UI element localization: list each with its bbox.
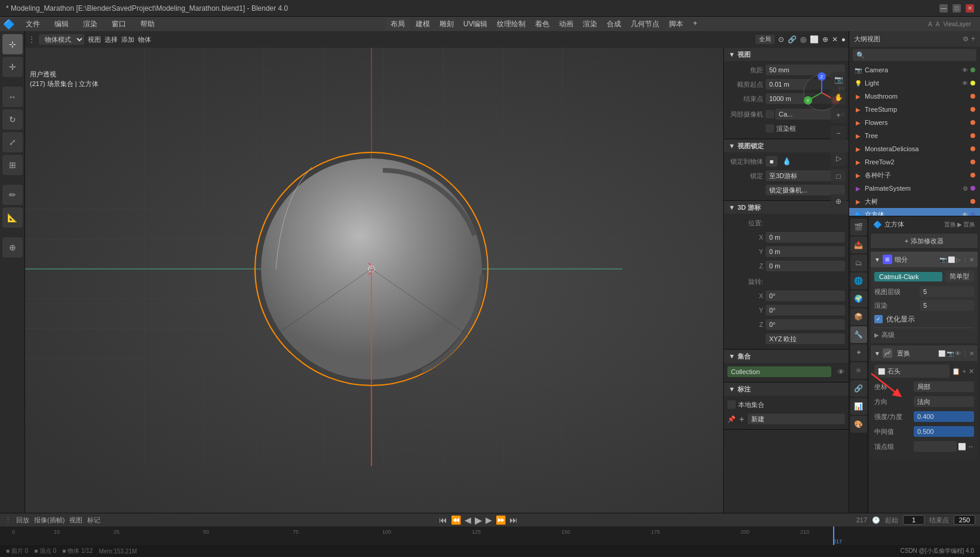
collection-header[interactable]: ▼ 集合 bbox=[724, 350, 849, 363]
subsurf-menu-icon[interactable]: ⋮ bbox=[962, 256, 968, 263]
ws-tab-layout[interactable]: 布局 bbox=[386, 18, 410, 30]
displace-menu-icon[interactable]: ⋮ bbox=[962, 350, 968, 357]
displace-close-icon[interactable]: ✕ bbox=[969, 350, 974, 357]
menu-edit[interactable]: 编辑 bbox=[51, 18, 72, 30]
collection-eye-icon[interactable]: 👁 bbox=[837, 368, 845, 377]
outliner-item-cube[interactable]: 🔷 立方体 👁 bbox=[849, 208, 980, 216]
prop-tab-world[interactable]: 🌍 bbox=[850, 290, 867, 307]
texture-clear-icon[interactable]: ✕ bbox=[969, 368, 974, 375]
displace-header[interactable]: ▼ 置换 ⬜ 📷 👁 ⋮ ✕ bbox=[871, 345, 978, 361]
render-preview-btn[interactable]: ▷ bbox=[831, 151, 846, 166]
prev-frame-btn[interactable]: ⏪ bbox=[451, 515, 461, 525]
outliner-search[interactable] bbox=[853, 49, 976, 61]
new-label-btn[interactable]: 新建 bbox=[748, 414, 845, 424]
rotate-tool[interactable]: ↻ bbox=[2, 109, 23, 130]
ws-tab-texture[interactable]: 纹理绘制 bbox=[493, 18, 529, 30]
measure-tool[interactable]: 📐 bbox=[2, 207, 23, 228]
menu-render[interactable]: 渲染 bbox=[79, 18, 101, 30]
camera-view-btn[interactable]: 📷 bbox=[831, 72, 846, 87]
add-menu[interactable]: 添加 bbox=[121, 35, 134, 44]
next-frame-btn[interactable]: ⏩ bbox=[496, 515, 506, 525]
add-modifier-button[interactable]: + 添加修改器 bbox=[871, 234, 978, 248]
outliner-add-icon[interactable]: + bbox=[971, 35, 975, 43]
eyedropper-icon[interactable]: 💧 bbox=[782, 157, 791, 166]
viewport[interactable]: ⋮ 物体模式 视图 选择 添加 物体 全局 ⊙ 🔗 ◎ ⬜ ⊕ ✕ ● bbox=[25, 31, 849, 527]
add-object-tool[interactable]: ⊕ bbox=[2, 237, 23, 258]
proportional-edit[interactable]: ◎ bbox=[800, 35, 806, 44]
shading-buttons[interactable]: ⬜ bbox=[810, 35, 819, 44]
displace-cam-icon[interactable]: 📷 bbox=[947, 350, 954, 357]
zoom-in-btn[interactable]: + bbox=[831, 108, 846, 123]
vertex-group-icon2[interactable]: ↔ bbox=[967, 443, 974, 450]
obj-tab1[interactable]: 置换 bbox=[944, 221, 956, 229]
outliner-item-bigtree[interactable]: ▶ 大树 bbox=[849, 195, 980, 208]
prop-tab-render[interactable]: 🎬 bbox=[850, 219, 867, 235]
prop-tab-object[interactable]: 📦 bbox=[850, 308, 867, 325]
outliner-item-flowers[interactable]: ▶ Flowers bbox=[849, 116, 980, 129]
timeline-menu[interactable]: ⋮ bbox=[5, 516, 11, 524]
close-button[interactable]: ✕ bbox=[966, 4, 974, 13]
ws-tab-geometry-nodes[interactable]: 几何节点 bbox=[627, 18, 663, 30]
prop-tab-physics[interactable]: ⚛ bbox=[850, 362, 867, 379]
outliner-item-palmate[interactable]: ▶ PalmateSystem ⚙ bbox=[849, 182, 980, 195]
cube-eye-icon[interactable]: 👁 bbox=[962, 212, 968, 217]
texture-new-icon[interactable]: + bbox=[963, 368, 966, 375]
texture-props-icon[interactable]: 📋 bbox=[952, 368, 960, 375]
ws-tab-add[interactable]: + bbox=[689, 18, 701, 30]
annotate-tool[interactable]: ✏ bbox=[2, 185, 23, 205]
end-frame[interactable]: 250 bbox=[954, 515, 975, 525]
palmate-filter-icon[interactable]: ⚙ bbox=[963, 185, 968, 192]
outliner-item-rreetow2[interactable]: ▶ RreeTow2 bbox=[849, 155, 980, 169]
prop-tab-output[interactable]: 📤 bbox=[850, 237, 867, 253]
outliner-item-light[interactable]: 💡 Light 👁 bbox=[849, 76, 980, 90]
cursor-z-value[interactable]: 0 m bbox=[766, 261, 845, 271]
prev-keyframe-btn[interactable]: ◀ bbox=[465, 515, 471, 525]
next-keyframe-btn[interactable]: ▶ bbox=[486, 515, 492, 525]
rot-y-value[interactable]: 0° bbox=[766, 305, 845, 316]
cursor-3d-header[interactable]: ▼ 3D 游标 bbox=[724, 201, 849, 214]
render-levels-value[interactable]: 5 bbox=[920, 300, 974, 311]
ws-tab-scripting[interactable]: 脚本 bbox=[665, 18, 687, 30]
add-label-icon[interactable]: + bbox=[739, 414, 744, 424]
subsurf-simple[interactable]: 简单型 bbox=[945, 271, 974, 282]
camera-eye-icon[interactable]: 👁 bbox=[962, 67, 968, 74]
vertex-group-icon1[interactable]: ⬜ bbox=[958, 443, 966, 451]
midlevel-value[interactable]: 0.500 bbox=[914, 426, 974, 437]
ws-tab-compositing[interactable]: 合成 bbox=[603, 18, 625, 30]
zoom-out-btn[interactable]: − bbox=[831, 126, 846, 141]
advanced-section[interactable]: ▶ 高级 bbox=[874, 330, 974, 339]
prop-tab-data[interactable]: 📊 bbox=[850, 398, 867, 415]
minimize-button[interactable]: — bbox=[939, 4, 948, 13]
outliner-item-treestump[interactable]: ▶ TreeStump bbox=[849, 103, 980, 116]
viewport-shading[interactable]: ● bbox=[841, 35, 846, 44]
ws-tab-modeling[interactable]: 建模 bbox=[412, 18, 434, 30]
outliner-item-tree[interactable]: ▶ Tree bbox=[849, 129, 980, 142]
prop-tab-modifier[interactable]: 🔧 bbox=[850, 326, 867, 343]
viewport-menu-icon[interactable]: ⋮ bbox=[28, 35, 35, 44]
view-lock-header[interactable]: ▼ 视图锁定 bbox=[724, 139, 849, 152]
overlay-toggle[interactable]: ⊕ bbox=[822, 35, 828, 44]
subsurf-header[interactable]: ▼ ⊞ 细分 📷 ⬜ ▷ ⋮ ✕ bbox=[871, 252, 978, 267]
ws-tab-animation[interactable]: 动画 bbox=[555, 18, 577, 30]
displace-tex-icon[interactable]: ⬜ bbox=[938, 350, 945, 357]
menu-help[interactable]: 帮助 bbox=[137, 18, 158, 30]
menu-file[interactable]: 文件 bbox=[22, 18, 44, 30]
window-controls[interactable]: — □ ✕ bbox=[939, 4, 974, 13]
cursor-y-value[interactable]: 0 m bbox=[766, 246, 845, 257]
rot-mode-value[interactable]: XYZ 欧拉 bbox=[766, 333, 845, 344]
scale-tool[interactable]: ⤢ bbox=[2, 132, 23, 152]
pivot-point[interactable]: ⊙ bbox=[778, 35, 784, 44]
pin-icon[interactable]: 📌 bbox=[727, 415, 736, 423]
outliner-item-camera[interactable]: 📷 Camera 👁 bbox=[849, 63, 980, 76]
render-region-btn[interactable]: □ bbox=[831, 169, 846, 184]
subsurf-cam-icon[interactable]: 📷 bbox=[939, 256, 947, 263]
xray-toggle[interactable]: ✕ bbox=[832, 35, 838, 44]
obj-breadcrumb[interactable]: 置换 bbox=[963, 221, 975, 229]
lock-object-icon[interactable]: ■ bbox=[766, 156, 778, 167]
optimize-display-checkbox[interactable]: ✓ bbox=[874, 315, 883, 323]
prop-tab-material[interactable]: 🎨 bbox=[850, 416, 867, 433]
prop-tab-constraint[interactable]: 🔗 bbox=[850, 380, 867, 397]
jump-start-btn[interactable]: ⏮ bbox=[439, 515, 447, 525]
light-eye-icon[interactable]: 👁 bbox=[962, 80, 968, 87]
timeline-track[interactable]: 0 10 25 50 75 100 125 150 175 200 210 21… bbox=[0, 527, 980, 546]
